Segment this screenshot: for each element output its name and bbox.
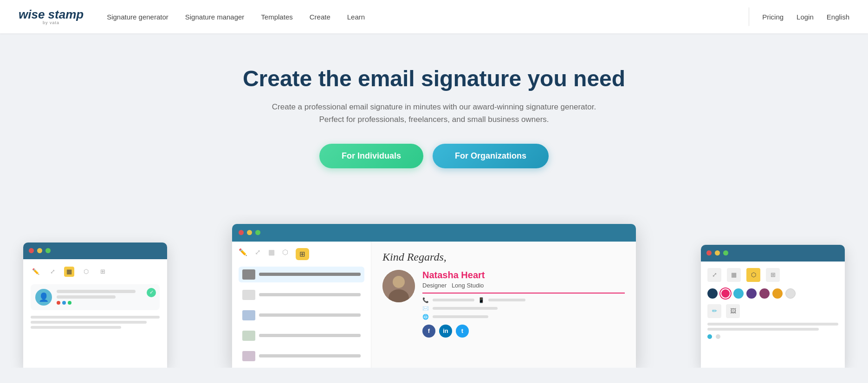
swatch-blue[interactable] [733,288,744,299]
social-linkedin[interactable]: in [439,325,452,338]
window-left-titlebar [23,243,167,259]
nav-templates[interactable]: Templates [261,13,292,21]
sig-greeting: Kind Regards, [382,251,625,263]
grid-icon-right[interactable]: ⊞ [766,268,780,282]
swatch-pink[interactable] [720,288,731,299]
tmpl-icon-1 [242,269,255,280]
tmpl-line-5 [259,354,361,357]
gray-line-1 [31,316,160,319]
check-badge: ✓ [147,288,156,297]
dot-1 [57,301,60,305]
sig-phone-row: 📞 📱 [422,297,625,303]
tool-edit[interactable]: ✏️ [239,248,247,260]
hero-title: Create the email signature you need [9,66,859,91]
swatch-magenta[interactable] [759,288,770,299]
share-icon[interactable]: ⤢ [47,267,58,277]
grid-icon[interactable]: ⊞ [97,267,108,277]
pencil-icon-right[interactable]: ✏ [707,304,721,318]
dot-green-left [45,248,51,253]
dot-red-left [29,248,34,253]
tmpl-line-2 [259,293,361,296]
sig-role: Designer Long Studio [422,282,625,289]
nav-create[interactable]: Create [310,13,330,21]
layout-icon-right[interactable]: ▦ [727,268,741,282]
swatch-purple[interactable] [746,288,757,299]
phone-line [433,299,474,301]
tmpl-icon-5 [242,351,255,361]
tool-grid-active[interactable]: ⊞ [296,248,309,260]
nav-sig-manager[interactable]: Signature manager [185,13,245,21]
tmpl-icon-3 [242,310,255,320]
profile-line-2 [57,295,116,299]
color-swatches [707,288,838,299]
hero-subtitle-line2: Perfect for professionals, freelancers, … [319,115,549,124]
bottom-dot-2 [716,334,720,339]
window-left-content: ✏️ ⤢ ▦ ⬡ ⊞ 👤 ✓ [23,259,167,338]
nav-links: Signature generator Signature manager Te… [107,13,749,21]
dot-yellow-center [247,230,252,235]
dot-2 [62,301,66,305]
dot-green-right [723,250,728,255]
gray-lines-block [31,316,160,329]
sig-company-text: Long Studio [452,282,484,289]
hero-subtitle: Create a professional email signature in… [9,101,859,126]
edit-icon[interactable]: ✏️ [31,267,41,277]
swatch-navy[interactable] [707,288,718,299]
swatch-orange[interactable] [772,288,783,299]
tool-paint[interactable]: ⬡ [282,248,288,260]
sig-avatar [382,270,415,302]
mobile-line [488,299,525,301]
sig-divider [422,293,625,294]
window-right: ⤢ ▦ ⬡ ⊞ ✏ 🖼 [701,245,845,368]
web-line [433,315,488,318]
social-twitter[interactable]: t [456,325,469,338]
dot-green-center [255,230,260,235]
email-line [433,307,498,310]
panel-toolbar: ✏️ ⤢ ▦ ⬡ ⊞ [239,248,364,260]
btn-for-organizations[interactable]: For Organizations [433,144,549,168]
tmpl-line-1 [259,273,361,276]
template-item-5[interactable] [239,348,364,364]
profile-card-left: 👤 ✓ [31,284,160,310]
layout-icon-active[interactable]: ▦ [64,267,74,277]
window-right-content: ⤢ ▦ ⬡ ⊞ ✏ 🖼 [701,262,845,345]
nav-sig-generator[interactable]: Signature generator [107,13,168,21]
share-icon-right[interactable]: ⤢ [707,268,721,282]
sig-role-text: Designer [422,282,447,289]
paint-icon[interactable]: ⬡ [81,267,91,277]
tmpl-line-3 [259,313,361,317]
sig-email-row: ✉️ [422,306,625,312]
gray-line-2 [31,321,147,324]
template-item-4[interactable] [239,328,364,344]
sig-info: Natasha Heart Designer Long Studio 📞 📱 [422,270,625,338]
center-body: ✏️ ⤢ ▦ ⬡ ⊞ [232,242,636,368]
logo[interactable]: wise stamp by vata [19,8,84,25]
paint-icon-right-active[interactable]: ⬡ [746,268,760,282]
swatch-white[interactable] [785,288,796,299]
window-left: ✏️ ⤢ ▦ ⬡ ⊞ 👤 ✓ [23,243,167,368]
template-item-2[interactable] [239,287,364,303]
web-icon: 🌐 [422,314,429,320]
nav-login[interactable]: Login [797,13,814,21]
image-icon-right[interactable]: 🖼 [726,304,740,318]
social-facebook[interactable]: f [422,325,435,338]
sig-name: Natasha Heart [422,270,625,281]
avatar-left: 👤 [35,289,52,306]
tool-share[interactable]: ⤢ [255,248,261,260]
template-item-3[interactable] [239,307,364,323]
svg-point-1 [393,276,405,288]
tool-layout[interactable]: ▦ [268,248,275,260]
template-item-1[interactable] [239,267,364,282]
nav-learn[interactable]: Learn [347,13,365,21]
profile-lines [57,290,155,305]
nav-language[interactable]: English [827,13,849,21]
screenshots-section: ✏️ ⤢ ▦ ⬡ ⊞ 👤 ✓ [0,215,868,368]
window-center-titlebar [232,224,636,242]
social-dots [57,301,155,305]
navbar-right: Pricing Login English [749,7,849,26]
dot-yellow-left [37,248,42,253]
left-toolbar: ✏️ ⤢ ▦ ⬡ ⊞ [31,267,160,277]
nav-pricing[interactable]: Pricing [762,13,784,21]
window-center: ✏️ ⤢ ▦ ⬡ ⊞ [232,224,636,368]
btn-for-individuals[interactable]: For Individuals [319,144,423,168]
